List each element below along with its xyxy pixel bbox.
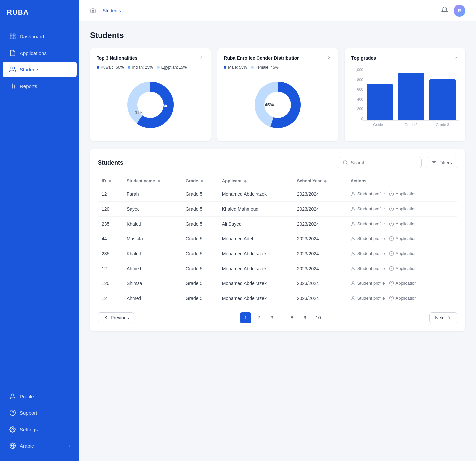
svg-point-24: [343, 161, 347, 164]
header-right: R: [441, 5, 465, 17]
col-applicant[interactable]: Applicant: [218, 175, 293, 187]
y-label-1000: 1,000: [351, 68, 363, 72]
col-grade[interactable]: Grade: [182, 175, 218, 187]
student-profile-link[interactable]: Student profile: [351, 206, 385, 211]
col-name[interactable]: Student name: [123, 175, 182, 187]
next-button[interactable]: Next: [429, 312, 457, 323]
col-school-year[interactable]: School Year: [293, 175, 347, 187]
cell-grade: Grade 5: [182, 276, 218, 291]
x-label-grade1: Grade 1: [367, 123, 393, 127]
cell-id: 120: [98, 202, 123, 217]
cell-applicant: Mohamed Adel: [218, 231, 293, 246]
svg-point-41: [352, 237, 354, 239]
cell-id: 12: [98, 291, 123, 306]
svg-point-53: [352, 282, 354, 283]
table-head: ID Student name Grade Applicant Scho: [98, 175, 457, 187]
svg-rect-3: [13, 37, 15, 39]
previous-button[interactable]: Previous: [98, 312, 134, 323]
application-link[interactable]: Application: [389, 221, 417, 226]
student-profile-link[interactable]: Student profile: [351, 281, 385, 286]
application-link[interactable]: Application: [389, 191, 417, 196]
sidebar-nav: Dashboard Applications Students Reports: [0, 24, 79, 384]
cell-applicant: Mohamed Abdelrazek: [218, 261, 293, 276]
search-input[interactable]: [351, 160, 417, 165]
legend-item-male: Male: 55%: [224, 65, 247, 70]
application-link[interactable]: Application: [389, 251, 417, 256]
cell-school-year: 2023/2024: [293, 217, 347, 231]
legend-item-female: Female: 45%: [251, 65, 279, 70]
application-link[interactable]: Application: [389, 296, 417, 301]
cell-grade: Grade 5: [182, 231, 218, 246]
cell-name: Ahmed: [123, 291, 182, 306]
svg-point-45: [352, 252, 354, 254]
breadcrumb-home[interactable]: [90, 7, 96, 14]
sidebar-item-profile[interactable]: Profile: [3, 388, 77, 404]
search-box[interactable]: [338, 157, 422, 168]
sidebar-item-reports[interactable]: Reports: [3, 78, 77, 94]
student-profile-link[interactable]: Student profile: [351, 191, 385, 196]
legend-label-male: Male: 55%: [228, 65, 247, 70]
chart-header: Top 3 Nationalities: [97, 55, 204, 61]
cell-grade: Grade 5: [182, 246, 218, 261]
svg-rect-2: [10, 37, 12, 39]
users-icon: [9, 66, 16, 73]
pagination: Previous 1 2 3 … 8 9 10 Next: [98, 312, 457, 323]
cell-actions: Student profile Application: [347, 217, 457, 231]
sidebar: RUBA Dashboard Applications Students: [0, 0, 79, 461]
table-row: 44 Mustafa Grade 5 Mohamed Adel 2023/202…: [98, 231, 457, 246]
page-8[interactable]: 8: [286, 312, 298, 323]
page-3[interactable]: 3: [266, 312, 278, 323]
page-1[interactable]: 1: [240, 312, 251, 323]
table-header-row: ID Student name Grade Applicant Scho: [98, 175, 457, 187]
cell-id: 235: [98, 246, 123, 261]
bar-chart-icon: [9, 83, 16, 89]
bar-grade3: [429, 79, 456, 120]
previous-label: Previous: [111, 315, 129, 320]
sidebar-item-label: Arabic: [20, 443, 34, 449]
cell-name: Mustafa: [123, 231, 182, 246]
page-2[interactable]: 2: [253, 312, 264, 323]
student-profile-link[interactable]: Student profile: [351, 236, 385, 241]
svg-point-4: [11, 67, 13, 69]
col-id[interactable]: ID: [98, 175, 123, 187]
nationalities-chart-arrow[interactable]: [199, 55, 204, 61]
student-profile-link[interactable]: Student profile: [351, 296, 385, 301]
sidebar-item-settings[interactable]: Settings: [3, 421, 77, 437]
filters-button[interactable]: Filters: [426, 157, 457, 168]
application-link[interactable]: Application: [389, 236, 417, 241]
svg-text:45%: 45%: [265, 102, 274, 107]
cell-school-year: 2023/2024: [293, 246, 347, 261]
cell-school-year: 2023/2024: [293, 261, 347, 276]
gender-chart-arrow[interactable]: [326, 55, 332, 61]
sidebar-item-arabic[interactable]: Arabic ›: [3, 438, 77, 454]
cell-id: 120: [98, 276, 123, 291]
grades-chart-arrow[interactable]: [454, 55, 459, 61]
student-profile-link[interactable]: Student profile: [351, 251, 385, 256]
page-10[interactable]: 10: [313, 312, 324, 323]
legend-item-indian: Indian: 25%: [128, 65, 153, 70]
svg-point-57: [352, 297, 354, 298]
student-profile-link[interactable]: Student profile: [351, 266, 385, 271]
sidebar-item-students[interactable]: Students: [3, 62, 77, 77]
legend-label-kuwaiti: Kuwaiti: 60%: [101, 65, 124, 70]
table-row: 12 Ahmed Grade 5 Mohamed Abdelrazek 2023…: [98, 291, 457, 306]
svg-point-49: [352, 267, 354, 269]
svg-text:55%: 55%: [282, 102, 292, 107]
bars-area: [363, 68, 459, 121]
application-link[interactable]: Application: [389, 281, 417, 286]
legend-label-female: Female: 45%: [255, 65, 279, 70]
breadcrumb-separator: ›: [99, 8, 100, 13]
bar-chart-wrapper: 0 200 400 600 800 1,000: [351, 68, 459, 127]
sidebar-item-dashboard[interactable]: Dashboard: [3, 28, 77, 44]
sidebar-item-support[interactable]: Support: [3, 405, 77, 421]
grades-chart-title: Top grades: [351, 55, 376, 61]
page-9[interactable]: 9: [299, 312, 311, 323]
student-profile-link[interactable]: Student profile: [351, 221, 385, 226]
notification-bell-icon[interactable]: [441, 6, 448, 15]
application-link[interactable]: Application: [389, 206, 417, 211]
sidebar-item-applications[interactable]: Applications: [3, 45, 77, 61]
application-link[interactable]: Application: [389, 266, 417, 271]
avatar[interactable]: R: [454, 5, 465, 17]
svg-text:25%: 25%: [146, 97, 155, 102]
y-label-800: 800: [351, 78, 363, 82]
